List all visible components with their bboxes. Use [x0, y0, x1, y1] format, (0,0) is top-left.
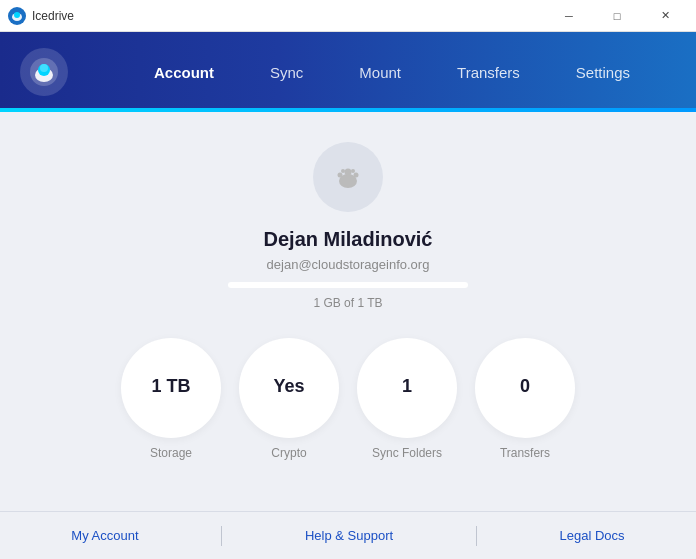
stat-syncfolders-wrapper: 1 Sync Folders: [357, 338, 457, 460]
close-button[interactable]: ✕: [642, 0, 688, 32]
user-email: dejan@cloudstorageinfo.org: [267, 257, 430, 272]
nav-mount[interactable]: Mount: [331, 56, 429, 89]
titlebar-left: Icedrive: [8, 7, 74, 25]
stat-crypto-label: Crypto: [271, 446, 306, 460]
svg-point-2: [14, 12, 20, 18]
stats-row: 1 TB Storage Yes Crypto 1 Sync Folders 0…: [121, 338, 575, 460]
svg-point-6: [40, 64, 48, 72]
footer-help-support[interactable]: Help & Support: [305, 528, 393, 543]
nav-links: Account Sync Mount Transfers Settings: [108, 56, 676, 89]
stat-crypto-card: Yes: [239, 338, 339, 438]
nav-transfers[interactable]: Transfers: [429, 56, 548, 89]
avatar: [313, 142, 383, 212]
svg-point-11: [341, 169, 345, 173]
stat-storage-wrapper: 1 TB Storage: [121, 338, 221, 460]
app-title: Icedrive: [32, 9, 74, 23]
stat-storage-label: Storage: [150, 446, 192, 460]
minimize-button[interactable]: ─: [546, 0, 592, 32]
app-icon: [8, 7, 26, 25]
window-controls: ─ □ ✕: [546, 0, 688, 32]
footer-divider-1: [221, 526, 222, 546]
footer-my-account[interactable]: My Account: [71, 528, 138, 543]
stat-storage-card: 1 TB: [121, 338, 221, 438]
paw-icon: [330, 159, 366, 195]
footer: My Account Help & Support Legal Docs: [0, 511, 696, 559]
svg-point-12: [351, 169, 355, 173]
navbar: Account Sync Mount Transfers Settings: [0, 32, 696, 112]
storage-label: 1 GB of 1 TB: [313, 296, 382, 310]
main-content: Dejan Miladinović dejan@cloudstorageinfo…: [0, 112, 696, 511]
footer-legal-docs[interactable]: Legal Docs: [560, 528, 625, 543]
nav-sync[interactable]: Sync: [242, 56, 331, 89]
stat-transfers-value: 0: [520, 376, 530, 397]
stat-syncfolders-label: Sync Folders: [372, 446, 442, 460]
titlebar: Icedrive ─ □ ✕: [0, 0, 696, 32]
svg-point-10: [354, 173, 359, 178]
stat-syncfolders-value: 1: [402, 376, 412, 397]
stat-crypto-wrapper: Yes Crypto: [239, 338, 339, 460]
stat-transfers-card: 0: [475, 338, 575, 438]
nav-logo: [20, 48, 68, 96]
icedrive-logo-icon: [28, 56, 60, 88]
footer-divider-2: [476, 526, 477, 546]
nav-account[interactable]: Account: [126, 56, 242, 89]
stat-syncfolders-card: 1: [357, 338, 457, 438]
stat-storage-value: 1 TB: [151, 376, 190, 397]
svg-point-9: [338, 173, 343, 178]
stat-transfers-wrapper: 0 Transfers: [475, 338, 575, 460]
maximize-button[interactable]: □: [594, 0, 640, 32]
nav-settings[interactable]: Settings: [548, 56, 658, 89]
svg-point-8: [345, 169, 352, 176]
stat-transfers-label: Transfers: [500, 446, 550, 460]
user-name: Dejan Miladinović: [264, 228, 433, 251]
storage-bar: [228, 282, 468, 288]
stat-crypto-value: Yes: [273, 376, 304, 397]
